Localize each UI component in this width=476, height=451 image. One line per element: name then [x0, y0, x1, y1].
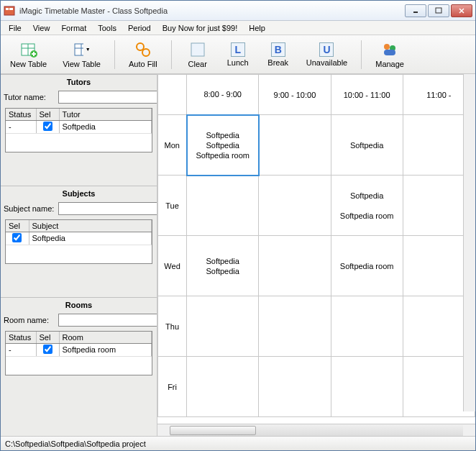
- menu-bar: File View Format Tools Period Buy Now fo…: [1, 21, 475, 35]
- timetable-cell[interactable]: [187, 357, 259, 417]
- day-header[interactable]: Thu: [158, 296, 187, 357]
- gears-icon: [134, 41, 152, 58]
- svg-point-17: [142, 49, 150, 56]
- status-bar: C:\Softpedia\Softpedia\Softpedia project: [1, 436, 475, 450]
- unavailable-button[interactable]: U Unavailable: [301, 39, 352, 70]
- table-row: - Softpedia room: [6, 343, 152, 356]
- svg-rect-2: [9, 8, 13, 10]
- close-button[interactable]: [451, 4, 472, 17]
- room-name-label: Room name:: [4, 316, 55, 324]
- timetable-cell[interactable]: Softpedia: [331, 115, 403, 176]
- timetable-grid[interactable]: 8:00 - 9:009:00 - 10:0010:00 - 11:0011:0…: [157, 74, 475, 417]
- grid-corner: [158, 75, 187, 115]
- subject-name-input[interactable]: [58, 202, 157, 215]
- svg-rect-18: [191, 43, 204, 56]
- window-title: iMagic Timetable Master - Class Softpedi…: [19, 6, 405, 15]
- unavailable-icon: U: [319, 42, 334, 57]
- svg-rect-0: [4, 6, 14, 15]
- svg-rect-1: [6, 8, 9, 10]
- toolbar-separator: [171, 40, 172, 69]
- time-header[interactable]: 8:00 - 9:00: [187, 75, 259, 115]
- vertical-scrollbar[interactable]: [463, 74, 475, 411]
- menu-buy-now[interactable]: Buy Now for just $99!: [157, 22, 243, 34]
- timetable-cell[interactable]: [259, 236, 331, 296]
- view-table-button[interactable]: ▼ View Table: [58, 39, 106, 70]
- app-icon: [4, 5, 15, 17]
- room-name-input[interactable]: [58, 314, 157, 327]
- break-icon: B: [271, 42, 285, 57]
- auto-fill-button[interactable]: Auto Fill: [124, 39, 163, 70]
- tutor-name-label: Tutor name:: [4, 93, 55, 101]
- svg-rect-4: [436, 8, 441, 13]
- lunch-icon: L: [231, 42, 245, 57]
- day-header[interactable]: Wed: [158, 236, 187, 296]
- break-button[interactable]: B Break: [261, 39, 296, 70]
- table-row: - Softpedia: [6, 120, 152, 133]
- people-icon: [381, 41, 398, 58]
- tutors-heading: Tutors: [1, 75, 157, 89]
- menu-file[interactable]: File: [4, 22, 27, 34]
- manage-button[interactable]: Manage: [370, 39, 409, 70]
- rooms-heading: Rooms: [1, 298, 157, 312]
- menu-format[interactable]: Format: [56, 22, 91, 34]
- timetable-cell[interactable]: Softpedia room: [331, 236, 403, 296]
- main-area: Tutors Tutor name: Status Sel Tutor -: [1, 74, 475, 436]
- toolbar: New Table ▼ View Table Auto Fill Clear L…: [1, 35, 475, 74]
- timetable-cell[interactable]: Softpedia Softpedia room: [331, 176, 403, 236]
- subject-sel-checkbox[interactable]: [12, 233, 22, 242]
- rooms-panel: Rooms Room name: Status Sel Room -: [1, 297, 157, 409]
- timetable-cell[interactable]: SoftpediaSoftpediaSoftpedia room: [187, 115, 259, 176]
- timetable-cell[interactable]: [331, 357, 403, 417]
- clear-button[interactable]: Clear: [180, 39, 215, 70]
- svg-point-19: [384, 44, 390, 50]
- lunch-button[interactable]: L Lunch: [221, 39, 255, 70]
- timetable-cell[interactable]: [259, 176, 331, 236]
- table-row: Softpedia: [6, 232, 152, 245]
- tutor-name-input[interactable]: [58, 91, 157, 104]
- minimize-button[interactable]: [405, 4, 426, 17]
- subject-name-label: Subject name:: [4, 204, 55, 213]
- timetable-area: 8:00 - 9:009:00 - 10:0010:00 - 11:0011:0…: [157, 74, 475, 436]
- maximize-button[interactable]: [428, 4, 449, 17]
- menu-period[interactable]: Period: [123, 22, 156, 34]
- day-header[interactable]: Fri: [158, 357, 187, 417]
- status-path: C:\Softpedia\Softpedia\Softpedia project: [5, 439, 146, 448]
- new-table-icon: [20, 41, 37, 58]
- day-header[interactable]: Tue: [158, 176, 187, 236]
- tutors-panel: Tutors Tutor name: Status Sel Tutor -: [1, 74, 157, 186]
- timetable-cell[interactable]: [331, 296, 403, 357]
- view-table-icon: ▼: [73, 41, 91, 58]
- timetable-cell[interactable]: [187, 176, 259, 236]
- toolbar-separator: [361, 40, 362, 69]
- subjects-grid[interactable]: Sel Subject Softpedia: [5, 219, 152, 264]
- rooms-grid[interactable]: Status Sel Room - Softpedia room: [5, 331, 152, 375]
- svg-rect-21: [384, 50, 395, 55]
- horizontal-scrollbar[interactable]: [157, 424, 475, 436]
- subjects-panel: Subjects Subject name: Sel Subject Softp…: [1, 186, 157, 297]
- clear-icon: [189, 41, 206, 58]
- time-header[interactable]: 10:00 - 11:00: [331, 75, 403, 115]
- svg-rect-13: [75, 44, 83, 55]
- new-table-button[interactable]: New Table: [5, 39, 52, 70]
- timetable-cell[interactable]: [259, 115, 331, 176]
- sidebar: Tutors Tutor name: Status Sel Tutor -: [1, 74, 157, 436]
- menu-view[interactable]: View: [28, 22, 55, 34]
- timetable-cell[interactable]: [259, 357, 331, 417]
- subjects-heading: Subjects: [1, 186, 157, 201]
- time-header[interactable]: 9:00 - 10:00: [259, 75, 331, 115]
- title-bar: iMagic Timetable Master - Class Softpedi…: [1, 1, 475, 21]
- timetable-cell[interactable]: [259, 296, 331, 357]
- svg-point-16: [137, 43, 144, 50]
- tutors-grid[interactable]: Status Sel Tutor - Softpedia: [5, 108, 152, 152]
- menu-tools[interactable]: Tools: [93, 22, 122, 34]
- day-header[interactable]: Mon: [158, 115, 187, 176]
- timetable-cell[interactable]: [187, 296, 259, 357]
- room-sel-checkbox[interactable]: [43, 345, 52, 354]
- toolbar-separator: [114, 40, 115, 69]
- menu-help[interactable]: Help: [244, 22, 270, 34]
- timetable-cell[interactable]: SoftpediaSoftpedia: [187, 236, 259, 296]
- tutor-sel-checkbox[interactable]: [43, 122, 52, 131]
